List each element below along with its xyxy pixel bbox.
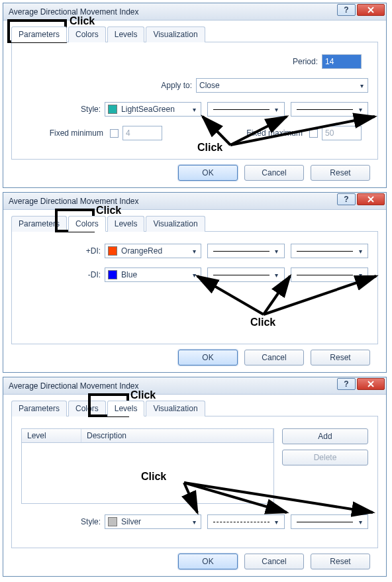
chevron-down-icon: ▾	[190, 271, 199, 279]
help-button[interactable]: ?	[337, 378, 356, 390]
period-label: Period:	[293, 57, 322, 66]
ok-button[interactable]: OK	[178, 350, 238, 365]
fixedmax-label: Fixed maximum	[246, 128, 307, 138]
color-swatch	[108, 517, 117, 526]
color-swatch	[108, 246, 117, 256]
minusdi-label: -DI:	[21, 270, 105, 279]
click-annotation: Click	[197, 142, 222, 154]
chevron-down-icon: ▾	[190, 518, 199, 526]
applyto-label: Apply to:	[21, 81, 196, 90]
applyto-combo[interactable]: Close ▾	[196, 78, 368, 93]
reset-button[interactable]: Reset	[311, 165, 370, 181]
fixedmin-label: Fixed minimum	[21, 128, 107, 138]
fixedmax-checkbox[interactable]	[309, 129, 318, 138]
minusdi-color-combo[interactable]: Blue ▾	[105, 267, 201, 282]
style-label: Style:	[21, 517, 105, 526]
chevron-down-icon: ▾	[272, 518, 281, 526]
close-button[interactable]	[357, 378, 385, 390]
tab-visualization[interactable]: Visualization	[146, 216, 205, 232]
plusdi-linetype-combo[interactable]: ▾	[207, 244, 285, 258]
tab-visualization[interactable]: Visualization	[146, 26, 205, 42]
col-description: Description	[81, 429, 273, 442]
style-color-combo[interactable]: Silver ▾	[105, 514, 201, 529]
chevron-down-icon: ▾	[190, 248, 199, 255]
chevron-down-icon: ▾	[356, 106, 365, 113]
ok-button[interactable]: OK	[178, 554, 238, 569]
titlebar: Average Directional Movement Index ?	[3, 193, 386, 210]
levels-table-header: Level Description	[21, 428, 274, 443]
tab-parameters[interactable]: Parameters	[11, 401, 67, 416]
chevron-down-icon: ▾	[272, 248, 281, 255]
fixedmax-input[interactable]	[322, 126, 362, 140]
chevron-down-icon: ▾	[356, 518, 365, 526]
dialog-levels: Average Directional Movement Index ? Par…	[3, 377, 387, 577]
minusdi-linewidth-combo[interactable]: ▾	[291, 267, 368, 282]
chevron-down-icon: ▾	[356, 248, 365, 255]
color-swatch	[108, 270, 117, 279]
style-label: Style:	[21, 105, 105, 114]
tab-parameters[interactable]: Parameters	[11, 26, 67, 42]
reset-button[interactable]: Reset	[311, 350, 370, 365]
plusdi-color-combo[interactable]: OrangeRed ▾	[105, 244, 201, 258]
style-linewidth-combo[interactable]: ▾	[291, 514, 368, 529]
window-title: Average Directional Movement Index	[9, 381, 139, 391]
delete-button[interactable]: Delete	[282, 450, 368, 465]
tab-levels[interactable]: Levels	[107, 26, 145, 42]
tab-colors[interactable]: Colors	[68, 401, 106, 416]
col-level: Level	[22, 429, 81, 442]
chevron-down-icon: ▾	[272, 106, 281, 113]
tab-colors[interactable]: Colors	[68, 26, 106, 42]
levels-table-body[interactable]	[21, 443, 274, 504]
tab-content: +DI: OrangeRed ▾ ▾ ▾ -DI:	[11, 232, 378, 344]
tab-parameters[interactable]: Parameters	[11, 216, 67, 232]
close-button[interactable]	[357, 193, 385, 205]
tab-row: Parameters Colors Levels Visualization	[11, 215, 378, 232]
style-color-combo[interactable]: LightSeaGreen ▾	[105, 102, 201, 117]
chevron-down-icon: ▾	[356, 271, 365, 279]
style-linewidth-combo[interactable]: ▾	[291, 102, 368, 117]
color-swatch	[108, 105, 117, 114]
window-title: Average Directional Movement Index	[9, 7, 139, 17]
close-button[interactable]	[357, 4, 385, 16]
click-annotation: Click	[250, 316, 275, 328]
titlebar: Average Directional Movement Index ?	[3, 377, 386, 395]
dialog-parameters: Average Directional Movement Index ? Par…	[3, 3, 387, 188]
window-title: Average Directional Movement Index	[9, 197, 139, 206]
tab-levels[interactable]: Levels	[107, 216, 145, 232]
chevron-down-icon: ▾	[357, 82, 366, 89]
add-button[interactable]: Add	[282, 428, 368, 444]
cancel-button[interactable]: Cancel	[244, 165, 304, 181]
chevron-down-icon: ▾	[272, 271, 281, 279]
style-linetype-combo[interactable]: ▾	[207, 514, 285, 529]
period-input[interactable]	[322, 54, 362, 69]
cancel-button[interactable]: Cancel	[244, 350, 304, 365]
minusdi-linetype-combo[interactable]: ▾	[207, 267, 285, 282]
tab-levels[interactable]: Levels	[107, 401, 145, 416]
tab-visualization[interactable]: Visualization	[146, 401, 205, 416]
tab-row: Parameters Colors Levels Visualization	[11, 400, 378, 416]
help-button[interactable]: ?	[337, 193, 356, 205]
cancel-button[interactable]: Cancel	[244, 554, 304, 569]
ok-button[interactable]: OK	[178, 165, 238, 181]
style-linetype-combo[interactable]: ▾	[207, 102, 285, 117]
tab-colors[interactable]: Colors	[68, 216, 106, 232]
fixedmin-checkbox[interactable]	[110, 129, 119, 138]
reset-button[interactable]: Reset	[311, 554, 370, 569]
plusdi-label: +DI:	[21, 246, 105, 256]
tab-content: Period: Apply to: Close ▾ Style: LightSe…	[11, 42, 378, 160]
fixedmin-input[interactable]	[122, 126, 162, 140]
help-button[interactable]: ?	[337, 4, 356, 16]
tab-content: Level Description Add Delete Style: Silv…	[11, 416, 378, 548]
tab-row: Parameters Colors Levels Visualization	[11, 26, 378, 42]
dialog-colors: Average Directional Movement Index ? Par…	[3, 192, 387, 373]
chevron-down-icon: ▾	[190, 106, 199, 113]
plusdi-linewidth-combo[interactable]: ▾	[291, 244, 368, 258]
titlebar: Average Directional Movement Index ?	[3, 3, 386, 21]
